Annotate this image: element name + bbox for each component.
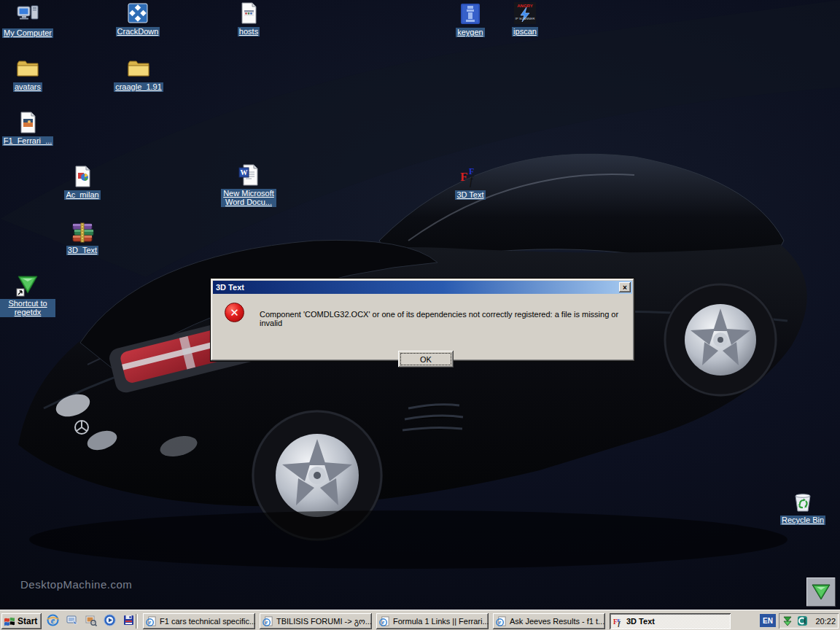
desktop-icon-avatars[interactable]: avatars [0, 57, 55, 92]
icon-label[interactable]: ipscan [512, 27, 538, 36]
svg-text:e: e [499, 619, 502, 626]
desktop-icon-keygen[interactable]: keygen [443, 2, 498, 37]
system-tray: 20:22 [779, 613, 839, 629]
taskbar-divider [136, 614, 138, 629]
icon-label[interactable]: Ac_milan [64, 190, 100, 200]
icon-label[interactable]: F1_Ferrari_... [2, 136, 54, 146]
internet-explorer-icon[interactable]: e [47, 614, 59, 626]
svg-text:W: W [241, 168, 248, 176]
error-dialog: 3D Text × ✕ Component 'COMDLG32.OCX' or … [210, 278, 635, 362]
desktop-icon-recycle-bin[interactable]: Recycle Bin [775, 490, 831, 525]
image-viewer-icon[interactable] [85, 614, 97, 626]
icon-label[interactable]: keygen [456, 28, 484, 37]
image-file-icon [71, 165, 94, 188]
crackdown-icon [126, 1, 149, 25]
word-document-icon: W [237, 163, 260, 187]
close-icon: × [623, 284, 627, 292]
desktop-icon-crackdown[interactable]: CrackDown [110, 1, 166, 36]
start-button[interactable]: Start [1, 613, 42, 629]
dialog-title: 3D Text [216, 283, 244, 292]
desktop-icon-3d-text-archive[interactable]: 3D_Text [55, 220, 110, 255]
reget-tray-icon[interactable] [782, 615, 793, 627]
icon-label[interactable]: 3D_Text [66, 246, 98, 255]
keygen-icon [459, 2, 482, 26]
reget-triangle-icon [811, 583, 831, 601]
close-button[interactable]: × [619, 282, 631, 292]
svg-text:e: e [265, 619, 268, 626]
folder-icon [16, 57, 39, 80]
icon-label[interactable]: craagle_1.91 [114, 82, 163, 92]
desktop-icon-my-computer[interactable]: My Computer [0, 3, 55, 38]
desktop-icon-reget-shortcut[interactable]: Shortcut to regetdx [0, 273, 55, 317]
language-indicator[interactable]: EN [760, 614, 776, 627]
file-icon [237, 1, 260, 25]
icon-label[interactable]: 3D Text [455, 190, 485, 200]
tray-clock[interactable]: 20:22 [815, 617, 836, 626]
teal-app-tray-icon[interactable] [796, 615, 808, 627]
recycle-bin-icon [791, 490, 814, 513]
svg-text:f: f [618, 620, 621, 627]
ok-button[interactable]: OK [398, 351, 454, 368]
desktop-icon-hosts[interactable]: hosts [221, 1, 276, 36]
icon-label[interactable]: New Microsoft Word Docu... [221, 189, 276, 207]
task-label: F1 cars technical specific... [160, 617, 255, 626]
ie-page-icon: e [379, 616, 390, 627]
floppy-save-icon[interactable] [122, 614, 135, 626]
icon-label[interactable]: CrackDown [116, 27, 160, 36]
svg-text:e: e [149, 619, 152, 626]
task-button-tbilisis-forumi[interactable]: e TBILISIS FORUMI -> გო... [260, 613, 372, 629]
media-player-icon[interactable] [104, 614, 116, 626]
icon-label[interactable]: Shortcut to regetdx [0, 299, 55, 317]
svg-text:IP SCANNER: IP SCANNER [516, 17, 535, 20]
icon-label[interactable]: Recycle Bin [780, 516, 825, 525]
reget-drop-target[interactable] [806, 578, 836, 607]
font-letters-icon: F F f [612, 616, 623, 627]
svg-text:e: e [382, 619, 385, 626]
task-button-ask-jeeves[interactable]: e Ask Jeeves Results - f1 t... [493, 613, 605, 629]
icon-label[interactable]: avatars [13, 82, 42, 92]
svg-text:ANGRY: ANGRY [517, 4, 532, 8]
start-label: Start [18, 616, 37, 626]
reget-triangle-icon [16, 273, 39, 297]
show-desktop-icon[interactable] [66, 614, 78, 626]
desktop-icon-3d-text-app[interactable]: F F f 3D Text [443, 165, 498, 200]
svg-text:F: F [460, 170, 467, 184]
wallpaper-watermark: DesktopMachine.com [20, 578, 132, 591]
icon-label[interactable]: hosts [238, 27, 260, 36]
language-label: EN [763, 617, 773, 625]
desktop-icon-word-doc[interactable]: W New Microsoft Word Docu... [221, 163, 276, 207]
my-computer-icon [16, 3, 39, 26]
desktop-icon-ipscan[interactable]: ANGRY IP SCANNER ipscan [497, 1, 553, 36]
icon-label[interactable]: My Computer [2, 28, 53, 38]
ok-button-label: OK [400, 353, 451, 365]
folder-icon [127, 57, 150, 80]
task-button-formula1-links[interactable]: e Formula 1 Links || Ferrari... [376, 613, 489, 629]
ie-page-icon: e [496, 616, 507, 627]
winrar-archive-icon [71, 220, 94, 244]
quick-launch-bar: e [47, 614, 135, 626]
error-cross-icon: ✕ [225, 303, 244, 322]
ie-page-icon: e [262, 616, 273, 627]
task-label: Ask Jeeves Results - f1 t... [510, 617, 604, 626]
windows-logo-icon [4, 616, 15, 626]
dialog-message: Component 'COMDLG32.OCX' or one of its d… [260, 310, 625, 327]
dialog-content: ✕ Component 'COMDLG32.OCX' or one of its… [213, 294, 632, 359]
dialog-titlebar[interactable]: 3D Text × [213, 281, 632, 294]
font-letters-icon: F F f [459, 165, 482, 188]
image-file-icon [16, 111, 39, 134]
ipscan-icon: ANGRY IP SCANNER [513, 1, 537, 25]
task-label: Formula 1 Links || Ferrari... [393, 617, 489, 626]
task-button-3d-text[interactable]: F F f 3D Text [610, 613, 731, 629]
desktop-icon-f1-ferrari[interactable]: F1_Ferrari_... [0, 111, 55, 146]
ie-page-icon: e [146, 616, 157, 627]
task-label: TBILISIS FORUMI -> გო... [276, 617, 372, 626]
task-label: 3D Text [626, 617, 655, 626]
taskbar: Start e e F1 cars technical specific... … [0, 610, 840, 630]
desktop-icon-craagle[interactable]: craagle_1.91 [111, 57, 166, 92]
desktop-icon-ac-milan[interactable]: Ac_milan [55, 165, 110, 200]
task-button-f1-cars[interactable]: e F1 cars technical specific... [143, 613, 255, 629]
svg-text:e: e [51, 615, 55, 626]
